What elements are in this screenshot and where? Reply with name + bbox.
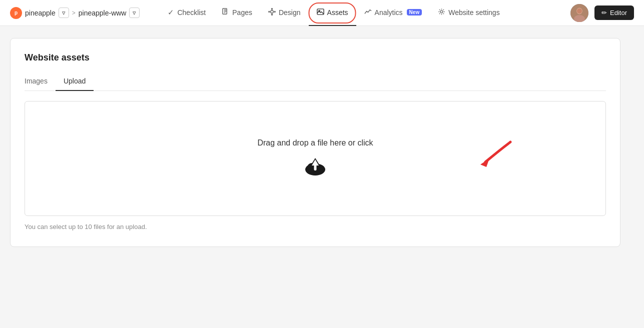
- tab-assets-wrapper: Assets: [309, 0, 356, 26]
- main-content: Website assets Images Upload Drag and dr…: [0, 26, 644, 259]
- tab-label: Analytics: [375, 8, 403, 16]
- editor-button[interactable]: ✏ Editor: [594, 6, 634, 20]
- app-selector[interactable]: ▿: [59, 8, 69, 18]
- user-avatar[interactable]: [570, 4, 588, 22]
- tab-label: Checklist: [177, 8, 206, 16]
- inner-tab-upload[interactable]: Upload: [56, 73, 94, 91]
- svg-point-3: [271, 14, 272, 15]
- inner-tab-images[interactable]: Images: [25, 73, 56, 91]
- app-name: pineapple: [25, 9, 56, 17]
- tab-label: Design: [279, 8, 301, 16]
- chevron-down-icon: ▿: [62, 9, 66, 16]
- upload-icon-wrap: [302, 156, 329, 178]
- tab-analytics[interactable]: Analytics New: [356, 0, 430, 26]
- tab-pages[interactable]: Pages: [214, 0, 260, 26]
- svg-point-4: [269, 11, 270, 12]
- upload-helper-text: You can select up to 10 files for an upl…: [25, 223, 606, 230]
- content-card: Website assets Images Upload Drag and dr…: [10, 38, 620, 247]
- check-icon: ✓: [168, 8, 174, 17]
- editor-button-label: Editor: [610, 9, 627, 16]
- analytics-icon: [364, 8, 372, 17]
- tab-label: Assets: [327, 8, 348, 16]
- app-logo: p: [10, 7, 22, 19]
- tab-design[interactable]: Design: [260, 0, 309, 26]
- chevron-down-icon: ▿: [133, 9, 136, 16]
- breadcrumb: p pineapple ▿ > pineapple-www ▿: [10, 7, 140, 19]
- upload-cloud-icon: [302, 156, 329, 178]
- inner-tabs: Images Upload: [25, 73, 606, 91]
- tab-website-settings[interactable]: Website settings: [430, 0, 507, 26]
- breadcrumb-separator: >: [72, 10, 76, 16]
- tab-assets[interactable]: Assets: [309, 0, 356, 26]
- design-icon: [268, 8, 276, 17]
- upload-dropzone[interactable]: Drag and drop a file here or click: [25, 101, 606, 216]
- nav-tabs: ✓ Checklist Pages: [160, 0, 507, 26]
- section-title: Website assets: [25, 52, 606, 63]
- svg-point-5: [274, 11, 275, 12]
- upload-drag-text: Drag and drop a file here or click: [257, 138, 373, 148]
- top-bar: p pineapple ▿ > pineapple-www ▿ ✓ Checkl…: [0, 0, 644, 26]
- red-arrow-annotation: [475, 140, 515, 170]
- svg-point-1: [271, 10, 274, 13]
- pencil-icon: ✏: [601, 9, 607, 16]
- svg-point-8: [440, 10, 443, 13]
- svg-point-2: [271, 8, 272, 9]
- settings-icon: [438, 8, 445, 17]
- project-name: pineapple-www: [79, 9, 127, 17]
- svg-marker-21: [480, 158, 489, 167]
- tab-label: Pages: [232, 8, 252, 16]
- tab-label: Website settings: [448, 8, 499, 16]
- pages-icon: [222, 8, 229, 17]
- tab-checklist[interactable]: ✓ Checklist: [160, 0, 214, 26]
- svg-point-12: [577, 8, 582, 14]
- image-icon: [317, 8, 324, 17]
- project-selector[interactable]: ▿: [129, 8, 140, 18]
- new-badge: New: [407, 9, 422, 16]
